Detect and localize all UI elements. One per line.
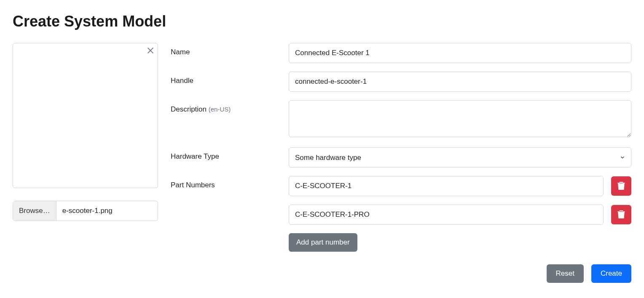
delete-part-button[interactable] — [611, 176, 631, 196]
handle-row: Handle — [171, 72, 631, 92]
reset-button[interactable]: Reset — [547, 264, 584, 283]
close-icon[interactable] — [146, 46, 155, 55]
part-numbers-label: Part Numbers — [171, 176, 289, 189]
page-title: Create System Model — [13, 13, 631, 30]
browse-button[interactable]: Browse… — [13, 201, 56, 221]
name-row: Name — [171, 43, 631, 63]
part-number-row — [289, 205, 631, 225]
hardware-type-label: Hardware Type — [171, 147, 289, 161]
form-fields-column: Name Handle Description (en-US) Hardware… — [171, 43, 631, 283]
file-picker[interactable]: Browse… e-scooter-1.png — [13, 201, 158, 221]
image-column: Browse… e-scooter-1.png — [13, 43, 158, 283]
form-container: Browse… e-scooter-1.png Name Handle Desc… — [13, 43, 631, 283]
part-numbers-row: Part Numbers — [171, 176, 631, 252]
trash-icon — [617, 181, 625, 191]
hardware-type-row: Hardware Type Some hardware type — [171, 147, 631, 168]
image-preview-box — [13, 43, 158, 188]
trash-icon — [617, 210, 625, 220]
part-number-input[interactable] — [289, 176, 604, 196]
description-locale: (en-US) — [209, 106, 231, 113]
description-label: Description (en-US) — [171, 100, 289, 114]
handle-label: Handle — [171, 72, 289, 85]
name-label: Name — [171, 43, 289, 56]
part-number-input[interactable] — [289, 205, 604, 225]
handle-input[interactable] — [289, 72, 631, 92]
part-number-row — [289, 176, 631, 196]
name-input[interactable] — [289, 43, 631, 63]
hardware-type-select[interactable]: Some hardware type — [289, 147, 631, 168]
file-name: e-scooter-1.png — [56, 201, 158, 221]
footer-actions: Reset Create — [171, 264, 631, 283]
description-textarea[interactable] — [289, 100, 631, 137]
description-row: Description (en-US) — [171, 100, 631, 139]
create-button[interactable]: Create — [591, 264, 631, 283]
delete-part-button[interactable] — [611, 205, 631, 224]
add-part-number-button[interactable]: Add part number — [289, 233, 357, 252]
description-label-text: Description — [171, 105, 207, 113]
